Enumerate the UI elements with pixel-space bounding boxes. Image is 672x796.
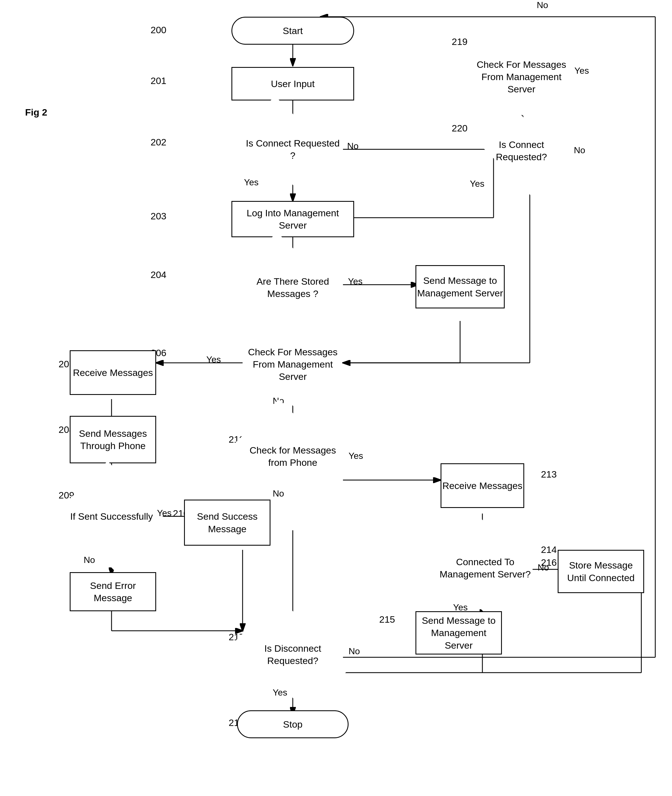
label-yes-219: Yes bbox=[574, 66, 589, 76]
label-no-212: No bbox=[273, 488, 284, 499]
label-no-220: No bbox=[574, 145, 585, 156]
label-yes-204: Yes bbox=[348, 276, 363, 287]
label-no-214: No bbox=[537, 0, 548, 10]
label-no-209: No bbox=[84, 555, 95, 565]
label-213: 213 bbox=[541, 469, 557, 480]
receive-msgs-207-node: Receive Messages bbox=[70, 350, 156, 395]
label-yes-206: Yes bbox=[206, 355, 221, 365]
log-into-mgmt-server-node: Log Into Management Server bbox=[232, 201, 354, 237]
label-yes-202: Yes bbox=[244, 177, 259, 188]
receive-msgs-213-node: Receive Messages bbox=[440, 463, 524, 508]
label-201: 201 bbox=[150, 75, 166, 86]
label-219: 219 bbox=[452, 36, 467, 47]
label-200: 200 bbox=[150, 24, 166, 35]
label-yes-220: Yes bbox=[470, 179, 484, 189]
stop-node: Stop bbox=[237, 710, 349, 738]
label-202: 202 bbox=[150, 137, 166, 148]
flowchart-diagram: Fig 2 bbox=[0, 0, 672, 796]
label-215: 215 bbox=[379, 614, 395, 625]
start-node: Start bbox=[232, 17, 354, 45]
check-msgs-phone-node: Check for Messages from Phone bbox=[235, 399, 350, 514]
send-success-msg-node: Send Success Message bbox=[184, 499, 270, 546]
send-msg-mgmt-215-node: Send Message to Management Server bbox=[416, 611, 502, 655]
send-msg-mgmt-205-node: Send Message to Management Server bbox=[416, 265, 505, 308]
check-msgs-mgmt-206-node: Check For Messages From Management Serve… bbox=[237, 308, 349, 420]
label-no-217: No bbox=[349, 646, 360, 656]
label-yes-209: Yes bbox=[157, 508, 171, 518]
label-203: 203 bbox=[150, 211, 166, 221]
label-no-214-b: No bbox=[538, 562, 549, 573]
user-input-node: User Input bbox=[232, 67, 354, 101]
label-220: 220 bbox=[452, 123, 467, 134]
label-yes-212: Yes bbox=[349, 451, 363, 461]
label-no-202: No bbox=[347, 141, 358, 151]
send-msgs-phone-node: Send Messages Through Phone bbox=[70, 416, 156, 463]
is-disconnect-requested-node: Is Disconnect Requested? bbox=[235, 597, 350, 712]
label-204: 204 bbox=[150, 269, 166, 280]
connected-mgmt-server-node: Connected To Management Server? bbox=[429, 512, 541, 624]
label-yes-217: Yes bbox=[273, 687, 287, 698]
store-msg-until-connected-node: Store Message Until Connected bbox=[558, 550, 644, 593]
fig-label: Fig 2 bbox=[25, 106, 47, 118]
label-214: 214 bbox=[541, 544, 557, 555]
if-sent-successfully-node: If Sent Successfully bbox=[56, 461, 167, 571]
send-error-msg-node: Send Error Message bbox=[70, 572, 156, 611]
